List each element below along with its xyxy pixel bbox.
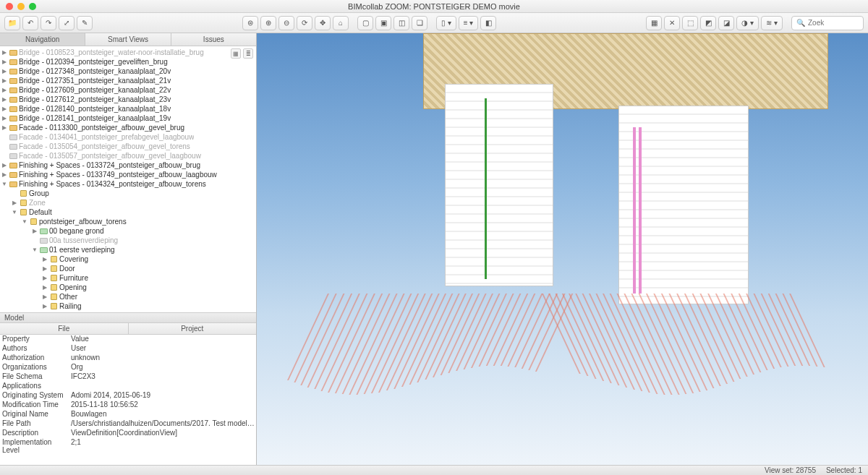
tree-row[interactable]: ▶Opening	[0, 283, 256, 292]
tree-row[interactable]: ▼Finishing + Spaces - 0134324_pontsteige…	[0, 179, 256, 189]
tree-row[interactable]: ▶Bridge - 0120394_pontsteiger_geveliften…	[0, 57, 256, 67]
prop-key: Authors	[0, 344, 69, 354]
cube1-button[interactable]: ◫	[393, 16, 409, 30]
disclosure-arrow-icon[interactable]: ▶	[42, 303, 48, 309]
tree-row[interactable]: ▼01 eerste verdieping	[0, 245, 256, 254]
tree-row[interactable]: ▶Door	[0, 264, 256, 273]
disclosure-arrow-icon[interactable]: ▶	[1, 106, 7, 112]
tab-issues[interactable]: Issues	[171, 33, 256, 46]
tool-d-button[interactable]: ◩	[700, 16, 716, 30]
disclosure-arrow-icon[interactable]: ▼	[12, 209, 17, 215]
tree-row[interactable]: Facade - 0135057_pontsteiger_afbouw_geve…	[0, 151, 256, 161]
ortho-button[interactable]: ▣	[375, 16, 391, 30]
disclosure-arrow-icon[interactable]: ▶	[1, 124, 7, 131]
tree-item-label: Group	[29, 189, 49, 197]
tree-grid-icon[interactable]: ▦	[231, 48, 241, 59]
undo-button[interactable]: ↶	[22, 16, 38, 30]
tree-row[interactable]: ▶Bridge - 0108523_pontsteiger_water-noor…	[0, 48, 256, 57]
search-box[interactable]: 🔍	[791, 16, 864, 30]
prop-key: Organizations	[0, 363, 69, 372]
tree-row[interactable]: ▼Default	[0, 207, 256, 217]
walk-button[interactable]: ⌂	[333, 16, 349, 30]
tree-row[interactable]: ▶Facade - 0113300_pontsteiger_afbouw_gev…	[0, 123, 256, 132]
disclosure-arrow-icon[interactable]: ▶	[1, 77, 7, 84]
tree-row[interactable]: ▶Bridge - 0128141_pontsteiger_kanaalplaa…	[0, 114, 256, 123]
zoom-out-button[interactable]: ⊖	[278, 16, 294, 30]
redo-button[interactable]: ↷	[41, 16, 56, 30]
tree-row[interactable]: ▶Finishing + Spaces - 0133749_pontsteige…	[0, 170, 256, 179]
orbit-button[interactable]: ⟳	[297, 16, 312, 30]
disclosure-arrow-icon[interactable]: ▼	[22, 218, 27, 225]
zoom-in-button[interactable]: ⊕	[260, 16, 276, 30]
tool-e-button[interactable]: ◪	[718, 16, 734, 30]
disclosure-arrow-icon[interactable]: ▶	[12, 200, 17, 206]
tree-row[interactable]: Facade - 0135054_pontsteiger_afbouw_geve…	[0, 142, 256, 151]
model-tree[interactable]: ▦ ≣ ▶Bridge - 0108523_pontsteiger_water-…	[0, 46, 256, 312]
disclosure-arrow-icon[interactable]: ▶	[1, 115, 7, 121]
disclosure-arrow-icon[interactable]: ▶	[42, 275, 48, 281]
tree-row[interactable]: ▶Zone	[0, 198, 256, 207]
tree-item-label: Finishing + Spaces - 0133749_pontsteiger…	[19, 171, 217, 179]
tree-row[interactable]: ▶Covering	[0, 254, 256, 264]
cube2-button[interactable]: ❏	[412, 16, 427, 30]
tab-smart-views[interactable]: Smart Views	[85, 33, 171, 46]
tool-a-button[interactable]: ▦	[646, 16, 662, 30]
layer-dropdown[interactable]: ≋ ▾	[761, 16, 783, 30]
tree-row[interactable]: ▶Bridge - 0127348_pontsteiger_kanaalplaa…	[0, 67, 256, 76]
tree-row[interactable]: ▶Bridge - 0127351_pontsteiger_kanaalplaa…	[0, 76, 256, 85]
tree-row[interactable]: ▶Bridge - 0127612_pontsteiger_kanaalplaa…	[0, 95, 256, 104]
folder-icon	[39, 237, 48, 244]
disclosure-arrow-icon[interactable]: ▶	[1, 162, 7, 168]
tree-row[interactable]: Group	[0, 189, 256, 198]
open-file-button[interactable]: 📁	[4, 16, 20, 30]
disclosure-arrow-icon[interactable]: ▶	[42, 284, 48, 291]
disclosure-arrow-icon[interactable]: ▶	[1, 171, 7, 178]
prop-value: unknown	[69, 354, 256, 363]
disclosure-arrow-icon[interactable]: ▼	[1, 181, 7, 187]
search-icon: 🔍	[796, 19, 805, 27]
tree-list-icon[interactable]: ≣	[243, 48, 253, 59]
disclosure-arrow-icon[interactable]: ▶	[1, 96, 7, 103]
property-row: Modification Time2015-11-18 10:56:52	[0, 401, 256, 410]
disclosure-arrow-icon[interactable]: ▶	[42, 294, 48, 300]
tree-row[interactable]: ▶Furniture	[0, 273, 256, 283]
tree-row[interactable]: ▶00 begane grond	[0, 226, 256, 236]
tree-item-label: Other	[59, 293, 77, 301]
pan-button[interactable]: ✥	[315, 16, 331, 30]
tree-row[interactable]: 00a tussenverdieping	[0, 236, 256, 245]
prop-value: Bouwlagen	[69, 410, 256, 419]
prop-key: Originating System	[0, 391, 69, 401]
color-dropdown[interactable]: ◑ ▾	[736, 16, 759, 30]
disclosure-arrow-icon[interactable]: ▶	[32, 228, 38, 234]
disclosure-arrow-icon[interactable]: ▶	[42, 256, 48, 262]
paint-button[interactable]: ✎	[77, 16, 93, 30]
tree-row[interactable]: ▶Other	[0, 292, 256, 301]
disclosure-arrow-icon[interactable]: ▶	[1, 68, 7, 74]
disclosure-arrow-icon[interactable]: ▶	[42, 265, 48, 272]
section-dropdown[interactable]: ▯ ▾	[436, 16, 456, 30]
col-file[interactable]: File	[0, 323, 129, 334]
tree-row[interactable]: ▶Slab	[0, 311, 256, 312]
tree-item-label: Finishing + Spaces - 0134324_pontsteiger…	[19, 180, 206, 188]
search-input[interactable]	[808, 19, 851, 27]
zoom-fit-button[interactable]: ⊜	[242, 16, 258, 30]
tool-b-button[interactable]: ✕	[664, 16, 680, 30]
select-button[interactable]: ⤢	[59, 16, 75, 30]
tree-row[interactable]: ▼pontsteiger_afbouw_torens	[0, 217, 256, 226]
tab-navigation[interactable]: Navigation	[0, 33, 85, 46]
disclosure-arrow-icon[interactable]: ▶	[1, 49, 7, 56]
tree-row[interactable]: ▶Bridge - 0128140_pontsteiger_kanaalplaa…	[0, 104, 256, 114]
clip-button[interactable]: ◧	[480, 16, 496, 30]
tree-row[interactable]: ▶Bridge - 0127609_pontsteiger_kanaalplaa…	[0, 85, 256, 95]
tree-row[interactable]: Facade - 0134041_pontsteiger_prefabgevel…	[0, 132, 256, 142]
disclosure-arrow-icon[interactable]: ▶	[1, 87, 7, 93]
persp-button[interactable]: ▢	[357, 16, 373, 30]
disclosure-arrow-icon[interactable]: ▼	[32, 247, 38, 253]
3d-viewport[interactable]	[257, 33, 868, 465]
col-project[interactable]: Project	[129, 323, 257, 334]
disclosure-arrow-icon[interactable]: ▶	[1, 59, 7, 65]
tree-row[interactable]: ▶Railing	[0, 301, 256, 311]
tree-row[interactable]: ▶Finishing + Spaces - 0133724_pontsteige…	[0, 161, 256, 170]
list-dropdown[interactable]: ≡ ▾	[459, 16, 479, 30]
tool-c-button[interactable]: ⬚	[682, 16, 698, 30]
